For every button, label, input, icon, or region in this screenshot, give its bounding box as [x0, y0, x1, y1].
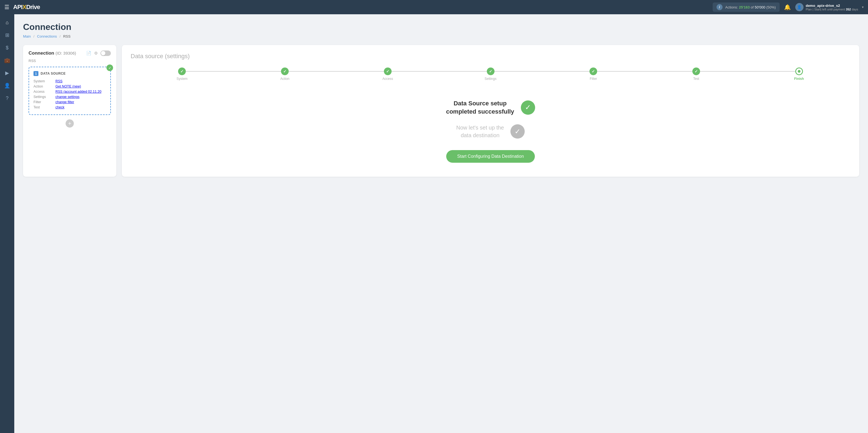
avatar: 👤: [795, 3, 804, 11]
sidebar-item-grid[interactable]: ⊞: [2, 30, 12, 41]
step-label-test: Test: [693, 77, 699, 81]
step-system: ✓ System: [131, 67, 234, 81]
user-section: 👤 demo_apix-drive_s2 Plan | Start| left …: [795, 3, 864, 11]
right-card: Data source (settings) ✓ System ✓ Action…: [122, 45, 859, 177]
actions-badge: i Actions: 25'163 of 50'000 (50%): [713, 2, 780, 12]
step-action: ✓ Action: [234, 67, 336, 81]
logo-drive: Drive: [26, 4, 40, 11]
sidebar-item-user[interactable]: 👤: [2, 80, 12, 91]
table-row: Settings change settings: [33, 95, 106, 99]
page-title: Connection: [23, 22, 859, 32]
info-icon[interactable]: i: [716, 4, 722, 10]
step-filter: ✓ Filter: [542, 67, 645, 81]
table-row: Action Get NOTE (new): [33, 85, 106, 88]
datasource-settings-title: Data source (settings): [131, 53, 850, 60]
connection-card-title: Connection (ID: 39306): [29, 51, 84, 56]
step-access: ✓ Access: [336, 67, 439, 81]
add-datasource-button[interactable]: +: [66, 119, 74, 128]
bell-icon[interactable]: 🔔: [784, 4, 791, 10]
left-card: Connection (ID: 39306) 📄 ⚙ RSS ✓ 1 DATA …: [23, 45, 116, 177]
filter-link[interactable]: change filter: [56, 100, 74, 104]
cards-row: Connection (ID: 39306) 📄 ⚙ RSS ✓ 1 DATA …: [23, 45, 859, 177]
gear-icon[interactable]: ⚙: [94, 51, 98, 56]
app-logo: APIXDrive: [13, 4, 40, 11]
step-label-system: System: [177, 77, 187, 81]
step-circle-test: ✓: [692, 67, 700, 75]
step-finish: Finish: [747, 67, 850, 81]
datasource-check-badge: ✓: [106, 64, 113, 71]
datasource-num: 1: [33, 71, 38, 76]
step-label-action: Action: [280, 77, 289, 81]
system-link[interactable]: RSS: [56, 79, 63, 83]
breadcrumb-main[interactable]: Main: [23, 34, 31, 38]
sidebar-item-dollar[interactable]: $: [2, 42, 12, 53]
table-row: System RSS: [33, 79, 106, 83]
connection-subtitle: RSS: [29, 59, 111, 63]
breadcrumb: Main / Connections / RSS: [23, 34, 859, 38]
main-content: Connection Main / Connections / RSS Conn…: [14, 14, 868, 433]
test-link[interactable]: check: [56, 105, 64, 109]
success-row-sub: Now let's set up thedata destination ✓: [456, 124, 525, 139]
step-circle-access: ✓: [384, 67, 392, 75]
table-row: Test check: [33, 105, 106, 109]
logo-api: API: [13, 4, 23, 11]
success-title: Data Source setupcompleted successfully: [446, 99, 514, 116]
sidebar-item-home[interactable]: ⌂: [2, 17, 12, 28]
success-check-icon: ✓: [521, 100, 535, 115]
settings-link[interactable]: change settings: [56, 95, 80, 99]
user-plan: Plan | Start| left until payment 352 day…: [806, 8, 858, 11]
destination-check-icon: ✓: [510, 124, 525, 138]
access-link[interactable]: RSS (account added 02.11.20: [56, 90, 101, 94]
step-circle-filter: ✓: [589, 67, 597, 75]
toggle-switch[interactable]: [100, 51, 111, 56]
logo-x: X: [23, 4, 26, 11]
step-circle-finish: [795, 67, 803, 75]
step-settings: ✓ Settings: [439, 67, 542, 81]
menu-icon[interactable]: ☰: [4, 4, 9, 10]
sidebar-item-play[interactable]: ▶: [2, 67, 12, 79]
success-subtitle: Now let's set up thedata destination: [456, 124, 504, 139]
success-row-main: Data Source setupcompleted successfully …: [446, 99, 535, 116]
step-label-finish: Finish: [794, 77, 804, 81]
step-label-settings: Settings: [485, 77, 496, 81]
datasource-label: 1 DATA SOURCE: [33, 71, 106, 76]
step-label-filter: Filter: [590, 77, 597, 81]
success-section: Data Source setupcompleted successfully …: [131, 94, 850, 168]
table-row: Access RSS (account added 02.11.20: [33, 90, 106, 94]
datasource-box: ✓ 1 DATA SOURCE System RSS Action Get NO…: [29, 67, 111, 115]
start-configuring-button[interactable]: Start Configuring Data Destination: [446, 150, 535, 163]
breadcrumb-current: RSS: [63, 34, 70, 38]
connection-header: Connection (ID: 39306) 📄 ⚙: [29, 51, 111, 56]
user-name: demo_apix-drive_s2: [806, 4, 858, 8]
chevron-down-icon[interactable]: ▾: [862, 5, 864, 9]
datasource-rows: System RSS Action Get NOTE (new) Access …: [33, 79, 106, 109]
action-link[interactable]: Get NOTE (new): [56, 85, 81, 88]
datasource-title: DATA SOURCE: [41, 72, 66, 75]
breadcrumb-connections[interactable]: Connections: [37, 34, 57, 38]
navbar: ☰ APIXDrive i Actions: 25'163 of 50'000 …: [0, 0, 868, 14]
step-circle-settings: ✓: [487, 67, 495, 75]
navbar-center: i Actions: 25'163 of 50'000 (50%) 🔔 👤 de…: [713, 2, 864, 12]
step-circle-system: ✓: [178, 67, 186, 75]
step-circle-action: ✓: [281, 67, 289, 75]
doc-icon[interactable]: 📄: [86, 51, 91, 56]
actions-label: Actions: 25'163 of 50'000 (50%): [725, 5, 776, 9]
sidebar: ⌂ ⊞ $ 💼 ▶ 👤 ?: [0, 14, 14, 433]
table-row: Filter change filter: [33, 100, 106, 104]
step-label-access: Access: [382, 77, 393, 81]
step-test: ✓ Test: [645, 67, 748, 81]
steps-bar: ✓ System ✓ Action ✓ Access ✓ Settings ✓: [131, 67, 850, 81]
user-info: demo_apix-drive_s2 Plan | Start| left un…: [806, 4, 858, 11]
sidebar-item-help[interactable]: ?: [2, 93, 12, 104]
sidebar-item-briefcase[interactable]: 💼: [2, 55, 12, 66]
add-btn-container: +: [29, 119, 111, 128]
